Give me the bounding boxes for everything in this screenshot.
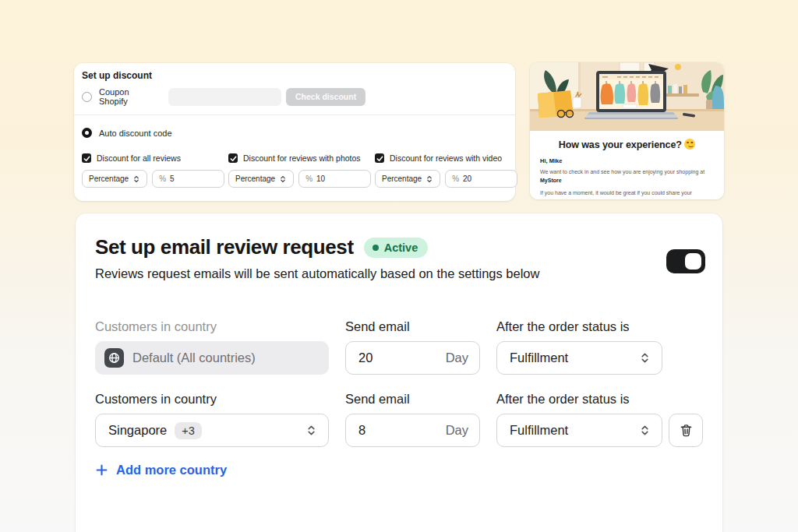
toggle-knob	[685, 253, 701, 270]
email-body1-text: We want to check in and see how you are …	[540, 169, 704, 174]
send-email-label: Send email	[345, 319, 480, 334]
discount-tiers: Discount for all reviews Percentage % Di…	[82, 153, 521, 188]
discount-value-field: %	[445, 170, 517, 188]
email-preview-card: How was your experience? Hi, Mike We wan…	[530, 62, 724, 199]
day-suffix: Day	[446, 423, 468, 438]
updown-icon	[279, 175, 287, 183]
coupon-shopify-label: Coupon Shopify	[99, 87, 157, 106]
subtitle: Reviews request emails will be sent auto…	[95, 266, 722, 281]
discount-value-input[interactable]	[463, 174, 494, 183]
discount-value-field: %	[152, 170, 224, 188]
discount-value-input[interactable]	[170, 174, 201, 183]
percent-prefix: %	[159, 174, 166, 183]
country-label: Customers in country	[95, 319, 329, 334]
status-badge-label: Active	[384, 241, 418, 254]
coupon-shopify-radio[interactable]	[82, 92, 92, 102]
discount-type-value: Percentage	[235, 174, 275, 183]
percent-prefix: %	[305, 174, 312, 183]
updown-icon	[639, 425, 651, 436]
auto-discount-label: Auto discount code	[99, 129, 172, 138]
country-default-value: Default (All countries)	[132, 351, 256, 365]
tier-photo-reviews: Discount for reviews with photos Percent…	[228, 153, 375, 188]
trash-icon	[679, 423, 694, 438]
status-dot-icon	[373, 245, 379, 251]
label-row-1: Customers in country Send email After th…	[95, 319, 722, 334]
main-header: Set up email review request Active	[95, 235, 722, 259]
country-default-field[interactable]: Default (All countries)	[95, 341, 329, 375]
send-email-input-1[interactable]	[358, 351, 421, 365]
email-body2-text: If you have a moment, it would be great …	[540, 190, 713, 199]
order-status-select-2[interactable]: Fulfillment	[496, 414, 662, 447]
active-toggle[interactable]	[666, 249, 705, 273]
divider	[74, 115, 515, 115]
photo-reviews-checkbox[interactable]	[228, 153, 238, 163]
review-request-card: Set up email review request Active Revie…	[76, 213, 722, 532]
discount-value-field: %	[298, 170, 371, 188]
email-title-text: How was your experience?	[559, 139, 682, 150]
review-request-form: Customers in country Send email After th…	[95, 319, 722, 480]
store-name: MyStore	[540, 178, 562, 183]
all-reviews-checkbox[interactable]	[82, 153, 91, 163]
coupon-code-input[interactable]	[168, 88, 281, 106]
order-status-value: Fulfillment	[510, 351, 568, 365]
day-suffix: Day	[446, 351, 468, 365]
smiley-emoji-icon	[684, 139, 695, 150]
email-paragraph-1: We want to check in and see how you are …	[540, 168, 714, 185]
photo-reviews-label: Discount for reviews with photos	[243, 153, 361, 163]
send-email-label: Send email	[345, 392, 480, 407]
country-count-badge: +3	[175, 422, 202, 439]
discount-type-value: Percentage	[89, 174, 129, 183]
email-body: How was your experience? Hi, Mike We wan…	[530, 131, 724, 199]
auto-discount-radio[interactable]	[82, 128, 92, 138]
country-select-2[interactable]: Singapore +3	[95, 414, 329, 447]
field-row-1: Default (All countries) Day Fulfillment	[95, 341, 722, 375]
delete-row-button[interactable]	[669, 414, 703, 447]
order-status-value: Fulfillment	[510, 423, 568, 438]
country-value: Singapore	[108, 423, 167, 438]
video-reviews-checkbox[interactable]	[375, 153, 384, 163]
order-status-select-1[interactable]: Fulfillment	[496, 341, 662, 375]
tier-video-reviews: Discount for reviews with video Percenta…	[375, 153, 521, 188]
updown-icon	[639, 352, 651, 364]
send-email-field-2[interactable]: Day	[345, 414, 480, 447]
video-reviews-label: Discount for reviews with video	[390, 153, 502, 163]
email-title: How was your experience?	[540, 139, 714, 150]
check-discount-button[interactable]: Check discount	[286, 88, 365, 106]
page-title: Set up email review request	[95, 235, 354, 259]
order-status-label: After the order status is	[496, 392, 662, 407]
discount-setup-card: Set up discount Coupon Shopify Check dis…	[74, 63, 515, 201]
auto-discount-row: Auto discount code	[82, 128, 172, 138]
updown-icon	[425, 175, 433, 183]
country-label: Customers in country	[95, 392, 329, 407]
add-more-country-label: Add more country	[116, 463, 227, 477]
globe-icon	[104, 348, 124, 368]
percent-prefix: %	[452, 174, 459, 183]
status-badge: Active	[364, 238, 429, 258]
email-illustration	[530, 62, 724, 131]
label-row-2: Customers in country Send email After th…	[95, 392, 722, 407]
discount-value-input[interactable]	[316, 174, 348, 183]
updown-icon	[132, 175, 140, 183]
discount-card-title: Set up discount	[82, 70, 152, 81]
tier-all-reviews: Discount for all reviews Percentage %	[82, 153, 228, 188]
send-email-input-2[interactable]	[358, 423, 421, 438]
updown-icon	[305, 425, 317, 436]
discount-type-select[interactable]: Percentage	[228, 170, 294, 188]
email-greeting: Hi, Mike	[540, 157, 714, 164]
discount-type-select[interactable]: Percentage	[375, 170, 440, 188]
add-more-country-link[interactable]: Add more country	[95, 463, 227, 477]
plus-icon	[95, 463, 108, 477]
discount-type-value: Percentage	[382, 174, 422, 183]
field-row-2: Singapore +3 Day Fulfillment	[95, 414, 722, 447]
all-reviews-label: Discount for all reviews	[97, 153, 181, 163]
send-email-field-1[interactable]: Day	[345, 341, 480, 375]
email-paragraph-2: If you have a moment, it would be great …	[540, 189, 714, 199]
order-status-label: After the order status is	[496, 319, 662, 334]
discount-type-select[interactable]: Percentage	[82, 170, 147, 188]
coupon-shopify-row: Coupon Shopify Check discount	[82, 87, 365, 106]
